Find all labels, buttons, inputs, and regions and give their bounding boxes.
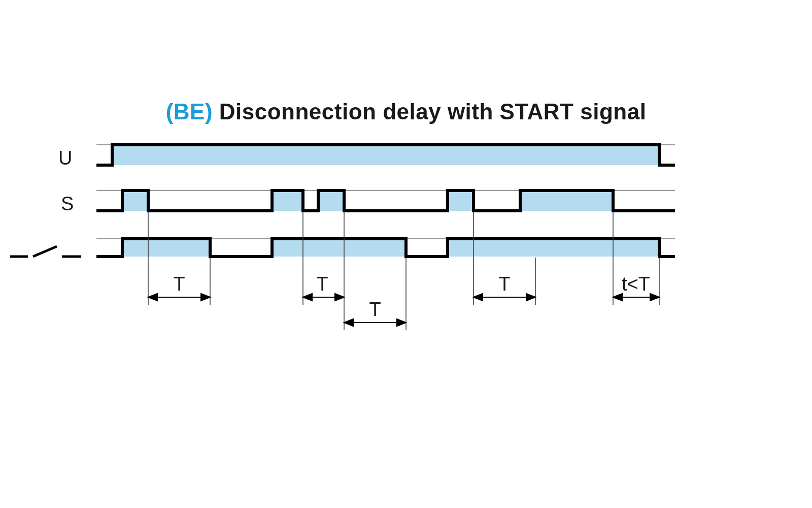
svg-marker-31: [397, 319, 406, 326]
dimension-arrows: [148, 294, 659, 326]
svg-rect-6: [520, 190, 613, 211]
svg-marker-36: [613, 294, 622, 301]
row-label-s: S: [61, 193, 74, 215]
svg-rect-8: [122, 239, 210, 257]
svg-marker-37: [650, 294, 659, 301]
dim-label-1: T: [173, 273, 185, 295]
diagram-title: (BE) Disconnection delay with START sign…: [0, 99, 812, 124]
title-text: Disconnection delay with START signal: [213, 99, 646, 124]
svg-rect-10: [448, 239, 659, 257]
svg-rect-2: [122, 190, 148, 211]
dimension-guides: [148, 212, 659, 330]
dim-label-4: T: [498, 273, 510, 295]
timing-svg: [0, 132, 812, 376]
svg-marker-28: [335, 294, 344, 301]
dim-label-3: T: [369, 299, 381, 321]
row-label-u: U: [58, 147, 72, 169]
svg-marker-25: [201, 294, 210, 301]
timing-diagram: U S: [0, 132, 812, 376]
svg-marker-24: [148, 294, 157, 301]
svg-marker-30: [344, 319, 353, 326]
title-code: (BE): [166, 99, 213, 124]
svg-marker-33: [473, 294, 483, 301]
svg-rect-9: [272, 239, 406, 257]
svg-line-12: [33, 246, 57, 257]
row-u: [96, 145, 675, 165]
svg-rect-3: [272, 190, 303, 211]
row-s: [96, 190, 675, 211]
svg-rect-5: [448, 190, 473, 211]
u-high-fill: [112, 145, 659, 165]
relay-contact-icon: [10, 246, 81, 257]
svg-marker-34: [526, 294, 535, 301]
row-relay: [96, 239, 675, 257]
svg-rect-4: [318, 190, 344, 211]
svg-marker-27: [303, 294, 312, 301]
dim-label-5: t<T: [622, 273, 650, 295]
dim-label-2: T: [316, 273, 328, 295]
